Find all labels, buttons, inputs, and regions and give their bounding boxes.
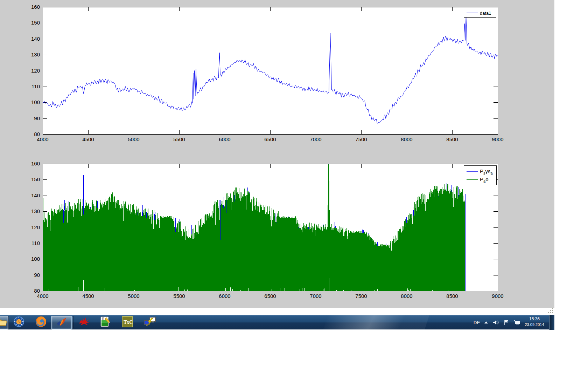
y-tick-label: 140 — [31, 36, 40, 42]
matlab-figure-window: 4000450050005500600065007000750080008500… — [0, 0, 554, 308]
y-tick-label: 90 — [34, 115, 40, 121]
legend: PsysaPao — [464, 166, 497, 185]
x-tick-label: 9000 — [492, 293, 503, 299]
y-tick-label: 80 — [34, 288, 40, 294]
y-tick-label: 90 — [34, 272, 40, 278]
x-tick-label: 8000 — [401, 136, 412, 142]
firefox-icon — [35, 316, 47, 329]
y-tick-label: 120 — [31, 68, 40, 74]
taskbar: Π++TxC DE — [0, 315, 554, 329]
x-tick-label: 7000 — [310, 293, 321, 299]
desktop: 4000450050005500600065007000750080008500… — [0, 0, 588, 368]
taskbar-button-eagle[interactable] — [77, 316, 91, 329]
x-tick-label: 6000 — [219, 136, 230, 142]
tray-language[interactable]: DE — [474, 320, 480, 325]
chart-1: 4000450050005500600065007000750080008500… — [31, 161, 504, 299]
x-tick-label: 7500 — [355, 293, 367, 299]
legend-label: data1 — [480, 11, 491, 16]
volume-icon[interactable] — [492, 319, 500, 326]
x-tick-label: 6500 — [264, 293, 276, 299]
taskbar-button-notepad-editor[interactable]: Π++ — [98, 316, 112, 329]
svg-text:TxC: TxC — [124, 320, 133, 325]
system-tray: DE — [474, 315, 521, 330]
chart-0: 4000450050005500600065007000750080008500… — [31, 4, 504, 142]
taskbar-button-explorer[interactable] — [0, 316, 8, 329]
network-icon[interactable] — [513, 319, 521, 326]
taskbar-gloss — [323, 315, 429, 329]
action-center-flag-icon[interactable] — [503, 319, 510, 326]
x-tick-label: 6500 — [264, 136, 276, 142]
notepad-icon: Π++ — [99, 316, 111, 329]
taskbar-button-texniccenter[interactable]: TxC — [120, 316, 134, 329]
show-hidden-icons-arrow-icon[interactable] — [484, 321, 489, 324]
y-tick-label: 100 — [31, 256, 40, 262]
y-tick-label: 120 — [31, 224, 40, 230]
taskbar-separator — [74, 316, 74, 328]
y-tick-label: 140 — [31, 192, 40, 198]
y-tick-label: 110 — [31, 83, 40, 89]
x-tick-label: 7000 — [310, 136, 321, 142]
y-tick-label: 150 — [31, 20, 40, 26]
x-tick-label: 8000 — [401, 293, 412, 299]
eagle-icon — [78, 316, 90, 328]
x-tick-label: 5500 — [173, 293, 185, 299]
tray-date: 23.09.2014 — [522, 322, 547, 327]
x-tick-label: 4000 — [37, 136, 48, 142]
x-tick-label: 4500 — [82, 136, 94, 142]
y-tick-label: 160 — [31, 161, 40, 166]
taskbar-button-remote-app[interactable] — [142, 316, 158, 329]
y-tick-label: 100 — [31, 99, 40, 105]
plot-area — [43, 7, 498, 134]
charts-canvas: 4000450050005500600065007000750080008500… — [0, 0, 554, 308]
x-tick-label: 4500 — [82, 293, 94, 299]
x-tick-label: 5000 — [128, 136, 139, 142]
folder-icon — [0, 318, 8, 328]
x-tick-label: 7500 — [355, 136, 367, 142]
txc-icon: TxC — [121, 316, 133, 329]
matlab-icon — [56, 316, 68, 329]
tray-time: 15:36 — [522, 316, 547, 322]
show-desktop-button[interactable] — [549, 315, 554, 330]
taskbar-button-compass-app[interactable] — [13, 316, 25, 329]
y-tick-label: 130 — [31, 52, 40, 57]
x-tick-label: 8500 — [446, 136, 458, 142]
y-tick-label: 130 — [31, 208, 40, 214]
x-tick-label: 4000 — [37, 293, 48, 299]
x-tick-label: 9000 — [492, 136, 503, 142]
x-tick-label: 5500 — [173, 136, 185, 142]
y-tick-label: 110 — [31, 240, 40, 246]
x-tick-label: 6000 — [219, 293, 230, 299]
computers-icon — [143, 316, 157, 329]
taskbar-button-matlab[interactable] — [51, 316, 72, 329]
y-tick-label: 150 — [31, 176, 40, 182]
legend: data1 — [464, 9, 496, 18]
tray-clock[interactable]: 15:36 23.09.2014 — [522, 316, 547, 329]
y-tick-label: 160 — [31, 4, 40, 10]
x-tick-label: 8500 — [446, 293, 458, 299]
x-tick-label: 5000 — [128, 293, 139, 299]
taskbar-separator — [8, 316, 9, 328]
taskbar-button-firefox[interactable] — [34, 316, 48, 329]
compass-icon — [13, 316, 24, 329]
y-tick-label: 80 — [34, 131, 40, 137]
